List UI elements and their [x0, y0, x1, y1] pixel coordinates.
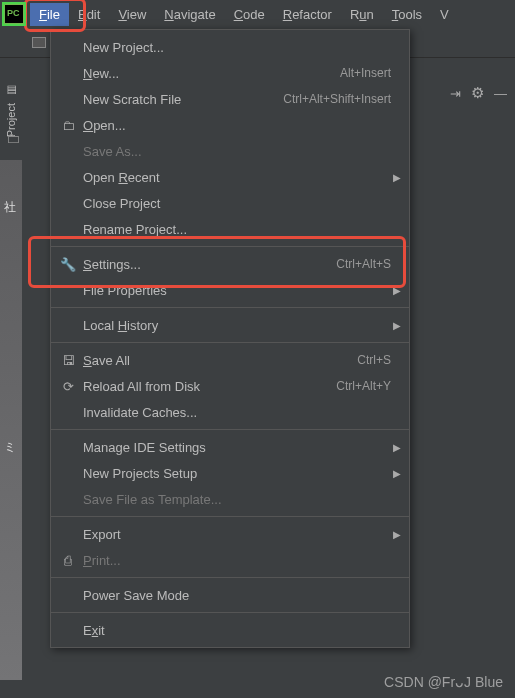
menu-item-label: New... [83, 66, 328, 81]
submenu-arrow-icon: ▶ [393, 285, 401, 296]
menu-separator [51, 246, 409, 247]
menu-item-label: Open... [83, 118, 391, 133]
left-gutter [0, 160, 22, 680]
menu-navigate[interactable]: Navigate [155, 3, 224, 26]
menu-item-label: Save All [83, 353, 345, 368]
menu-item-label: Save As... [83, 144, 391, 159]
menu-item-close-project[interactable]: Close Project [51, 190, 409, 216]
menu-separator [51, 307, 409, 308]
menu-item-label: Settings... [83, 257, 324, 272]
menu-item-shortcut: Alt+Insert [340, 66, 391, 80]
submenu-arrow-icon: ▶ [393, 172, 401, 183]
menu-separator [51, 516, 409, 517]
menu-item-shortcut: Ctrl+Alt+Y [336, 379, 391, 393]
menu-item-reload-all-from-disk[interactable]: ⟳Reload All from DiskCtrl+Alt+Y [51, 373, 409, 399]
menu-separator [51, 612, 409, 613]
folder-icon: 🗀 [59, 118, 77, 133]
menu-item-new-projects-setup[interactable]: New Projects Setup▶ [51, 460, 409, 486]
toolbar-right: ⇥ ⚙ — [442, 80, 515, 106]
submenu-arrow-icon: ▶ [393, 468, 401, 479]
menu-file[interactable]: File [30, 3, 69, 26]
menubar: FileEditViewNavigateCodeRefactorRunTools… [0, 0, 515, 28]
menu-separator [51, 342, 409, 343]
menu-item-label: Reload All from Disk [83, 379, 324, 394]
menu-item-invalidate-caches[interactable]: Invalidate Caches... [51, 399, 409, 425]
menu-item-file-properties[interactable]: File Properties▶ [51, 277, 409, 303]
menu-item-label: Rename Project... [83, 222, 391, 237]
menu-refactor[interactable]: Refactor [274, 3, 341, 26]
submenu-arrow-icon: ▶ [393, 442, 401, 453]
menu-item-exit[interactable]: Exit [51, 617, 409, 643]
menu-separator [51, 429, 409, 430]
folder-icon: 🗀 [6, 130, 20, 146]
print-icon: ⎙ [59, 553, 77, 568]
hide-icon[interactable]: — [494, 86, 507, 101]
menu-item-label: Invalidate Caches... [83, 405, 391, 420]
menu-code[interactable]: Code [225, 3, 274, 26]
submenu-arrow-icon: ▶ [393, 320, 401, 331]
menu-item-label: Close Project [83, 196, 391, 211]
menu-item-label: Exit [83, 623, 391, 638]
menu-item-label: Manage IDE Settings [83, 440, 391, 455]
menu-item-power-save-mode[interactable]: Power Save Mode [51, 582, 409, 608]
menu-item-label: New Projects Setup [83, 466, 391, 481]
menu-item-save-file-as-template: Save File as Template... [51, 486, 409, 512]
menu-item-label: Open Recent [83, 170, 391, 185]
project-tab-icon: ▤ [4, 84, 17, 97]
menu-item-local-history[interactable]: Local History▶ [51, 312, 409, 338]
menu-item-settings[interactable]: 🔧Settings...Ctrl+Alt+S [51, 251, 409, 277]
gear-icon[interactable]: ⚙ [471, 84, 484, 102]
menu-item-new[interactable]: New...Alt+Insert [51, 60, 409, 86]
menu-item-label: Save File as Template... [83, 492, 391, 507]
menu-edit[interactable]: Edit [69, 3, 109, 26]
menu-item-shortcut: Ctrl+S [357, 353, 391, 367]
window-icon [32, 37, 46, 48]
menu-item-print: ⎙Print... [51, 547, 409, 573]
menu-view[interactable]: View [109, 3, 155, 26]
expand-icon[interactable]: ⇥ [450, 86, 461, 101]
menu-separator [51, 577, 409, 578]
menu-item-open[interactable]: 🗀Open... [51, 112, 409, 138]
menu-item-label: File Properties [83, 283, 391, 298]
menu-item-export[interactable]: Export▶ [51, 521, 409, 547]
menu-item-rename-project[interactable]: Rename Project... [51, 216, 409, 242]
file-menu-dropdown: New Project...New...Alt+InsertNew Scratc… [50, 29, 410, 648]
menu-run[interactable]: Run [341, 3, 383, 26]
menu-item-label: New Project... [83, 40, 391, 55]
menu-item-shortcut: Ctrl+Alt+S [336, 257, 391, 271]
submenu-arrow-icon: ▶ [393, 529, 401, 540]
menu-v[interactable]: V [431, 3, 458, 26]
menu-item-new-project[interactable]: New Project... [51, 34, 409, 60]
menu-item-save-as: Save As... [51, 138, 409, 164]
menu-item-label: Local History [83, 318, 391, 333]
menu-item-open-recent[interactable]: Open Recent▶ [51, 164, 409, 190]
bg-text-2: ミ [4, 440, 18, 454]
menu-item-save-all[interactable]: 🖫Save AllCtrl+S [51, 347, 409, 373]
menu-item-manage-ide-settings[interactable]: Manage IDE Settings▶ [51, 434, 409, 460]
app-icon [4, 4, 24, 24]
watermark: CSDN @FrᴗJ Blue [384, 674, 503, 690]
menu-item-label: Print... [83, 553, 391, 568]
reload-icon: ⟳ [59, 379, 77, 394]
menu-item-label: Power Save Mode [83, 588, 391, 603]
menu-item-new-scratch-file[interactable]: New Scratch FileCtrl+Alt+Shift+Insert [51, 86, 409, 112]
menu-item-label: Export [83, 527, 391, 542]
menu-item-shortcut: Ctrl+Alt+Shift+Insert [283, 92, 391, 106]
wrench-icon: 🔧 [59, 257, 77, 272]
bg-text-1: 社 [4, 200, 18, 214]
menu-tools[interactable]: Tools [383, 3, 431, 26]
menu-item-label: New Scratch File [83, 92, 271, 107]
save-icon: 🖫 [59, 353, 77, 368]
